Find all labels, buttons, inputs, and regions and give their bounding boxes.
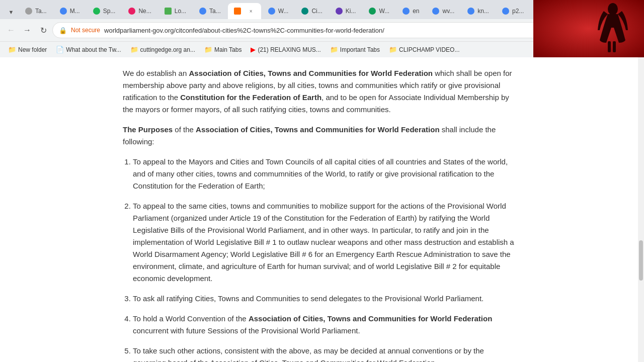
tab-label-2: M...: [70, 8, 80, 15]
corner-decoration: [533, 0, 644, 57]
tab-label-10: Ki...: [346, 8, 356, 15]
content-area: We do establish an Association of Cities…: [0, 57, 644, 362]
bookmark-relaxing-mus[interactable]: ▶ (21) RELAXING MUS...: [247, 44, 325, 56]
tab-bar: ▼ Ta... M... Sp... Ne... Lo... Ta...: [0, 0, 644, 19]
svg-rect-3: [608, 41, 611, 52]
tab-favicon-10: [336, 8, 343, 15]
tab-favicon-1: [25, 8, 32, 15]
folder-icon-4: 📁: [330, 46, 338, 53]
list-item-2: To appeal to the same cities, towns and …: [133, 200, 515, 285]
tab-2[interactable]: M...: [54, 3, 86, 19]
tab-label-6: Ta...: [209, 8, 221, 15]
purposes-org-bold: Association of Cities, Towns and Communi…: [196, 125, 439, 134]
purposes-bold-1: The Purposes: [123, 125, 173, 134]
refresh-button[interactable]: ↻: [36, 23, 50, 37]
tab-favicon-2: [60, 8, 67, 15]
list-item-4: To hold a World Convention of the Associ…: [133, 313, 515, 337]
bookmark-main-tabs[interactable]: 📁 Main Tabs: [200, 44, 246, 56]
list-4-bold: Association of Cities, Towns and Communi…: [249, 314, 492, 323]
tab-favicon-9: [301, 8, 308, 15]
tab-8[interactable]: W...: [262, 3, 295, 19]
list-item-5: To take such other actions, consistent w…: [133, 345, 515, 362]
tab-1[interactable]: Ta...: [19, 3, 53, 19]
tab-label-4: Ne...: [138, 8, 151, 15]
svg-rect-4: [613, 41, 616, 52]
bookmark-cuttingedge[interactable]: 📁 cuttingedge.org an...: [126, 44, 199, 56]
url-display: worldparliament-gov.org/citconfed/about-…: [104, 27, 576, 34]
tab-label-5: Lo...: [175, 8, 186, 15]
tab-label-9: Ci...: [311, 8, 322, 15]
list-item-3: To ask all ratifying Cities, Towns and C…: [133, 293, 515, 305]
tab-label-13: wv...: [442, 8, 454, 15]
bookmark-label-5: (21) RELAXING MUS...: [258, 46, 320, 53]
corner-svg: [533, 0, 644, 57]
tab-favicon-11: [369, 8, 376, 15]
security-icon: 🔒: [59, 27, 67, 34]
svg-point-2: [608, 3, 618, 15]
bookmark-label-3: cuttingedge.org an...: [140, 46, 195, 53]
bookmark-label-1: New folder: [18, 46, 47, 53]
tab-12[interactable]: en: [396, 3, 425, 19]
purposes-paragraph: The Purposes of the Association of Citie…: [123, 124, 515, 148]
tab-active[interactable]: ×: [228, 3, 261, 19]
bookmark-label-2: What about the Tw...: [66, 46, 121, 53]
scrollbar[interactable]: [638, 57, 644, 362]
bookmark-what-about[interactable]: 📄 What about the Tw...: [52, 44, 125, 56]
tab-15[interactable]: p2...: [496, 3, 530, 19]
page-icon-1: 📄: [56, 46, 64, 53]
not-secure-label: Not secure: [71, 27, 100, 34]
constitution-bold: Constitution for the Federation of Earth: [180, 93, 321, 102]
intro-paragraph: We do establish an Association of Cities…: [123, 67, 515, 116]
tab-3[interactable]: Sp...: [87, 3, 122, 19]
tab-favicon-15: [502, 8, 509, 15]
bookmark-important-tabs[interactable]: 📁 Important Tabs: [326, 44, 384, 56]
tab-favicon-6: [199, 8, 206, 15]
folder-icon-2: 📁: [130, 46, 138, 53]
tab-label-11: W...: [379, 8, 389, 15]
folder-icon-1: 📁: [8, 46, 16, 53]
browser-window: ▼ Ta... M... Sp... Ne... Lo... Ta...: [0, 0, 644, 362]
video-icon-1: ▶: [251, 46, 256, 53]
bookmark-label-6: Important Tabs: [340, 46, 380, 53]
folder-icon-5: 📁: [389, 46, 397, 53]
bookmark-clipchamp[interactable]: 📁 CLIPCHAMP VIDEO...: [385, 44, 463, 56]
tab-favicon-14: [467, 8, 474, 15]
tab-4[interactable]: Ne...: [122, 3, 157, 19]
tab-label-15: p2...: [512, 8, 524, 15]
tab-favicon-active: [234, 8, 241, 15]
tab-favicon-13: [432, 8, 439, 15]
list-item-1: To appeal to the Mayors and Cities and T…: [133, 156, 515, 192]
address-bar[interactable]: 🔒 Not secure worldparliament-gov.org/cit…: [52, 22, 594, 38]
tab-close-btn[interactable]: ×: [247, 7, 255, 15]
tab-favicon-5: [165, 8, 172, 15]
tab-9[interactable]: Ci...: [295, 3, 328, 19]
corner-background: [533, 0, 644, 57]
tab-5[interactable]: Lo...: [158, 3, 192, 19]
purposes-list: To appeal to the Mayors and Cities and T…: [133, 156, 515, 362]
tab-14[interactable]: kn...: [461, 3, 495, 19]
tab-favicon-8: [268, 8, 275, 15]
tab-dropdown-btn[interactable]: ▼: [4, 5, 18, 19]
tab-11[interactable]: W...: [363, 3, 395, 19]
org-name-bold: Association of Cities, Towns and Communi…: [189, 69, 432, 77]
article-body: We do establish an Association of Cities…: [103, 57, 535, 362]
tab-label-14: kn...: [477, 8, 489, 15]
tab-6[interactable]: Ta...: [193, 3, 227, 19]
forward-button[interactable]: →: [20, 23, 34, 37]
bookmark-label-4: Main Tabs: [214, 46, 242, 53]
tab-13[interactable]: wv...: [426, 3, 460, 19]
back-button[interactable]: ←: [4, 23, 18, 37]
tab-label-8: W...: [278, 8, 289, 15]
tab-10[interactable]: Ki...: [330, 3, 362, 19]
tab-favicon-3: [93, 8, 100, 15]
bookmark-new-folder[interactable]: 📁 New folder: [4, 44, 51, 56]
tab-favicon-4: [128, 8, 135, 15]
scrollbar-thumb[interactable]: [639, 240, 643, 281]
tab-label-12: en: [413, 8, 419, 15]
tab-label-3: Sp...: [103, 8, 116, 15]
tab-label-1: Ta...: [35, 8, 47, 15]
folder-icon-3: 📁: [204, 46, 212, 53]
page-content: We do establish an Association of Cities…: [0, 57, 638, 362]
bookmark-label-7: CLIPCHAMP VIDEO...: [399, 46, 459, 53]
tab-favicon-12: [403, 8, 410, 15]
